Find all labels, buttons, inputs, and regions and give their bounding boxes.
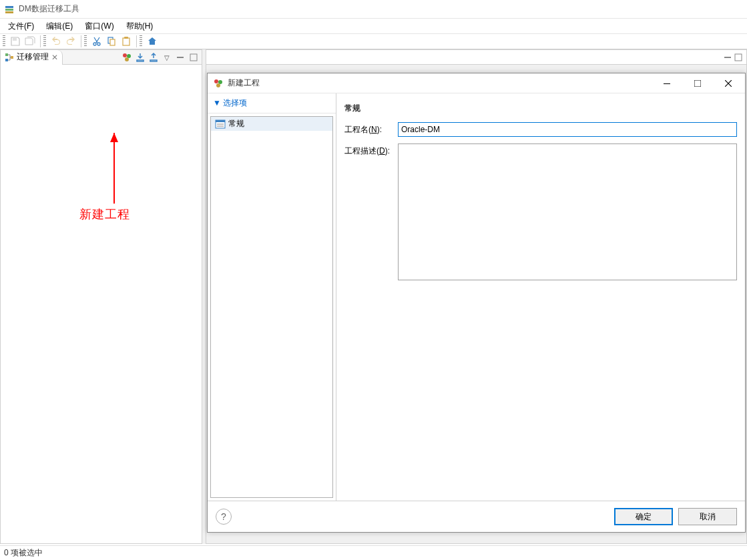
svg-rect-0 [5,6,13,8]
copy-icon[interactable] [104,34,119,49]
tab-close-icon[interactable]: ✕ [51,53,58,62]
view-menu-icon[interactable]: ▽ [162,52,172,63]
menu-help[interactable]: 帮助(H) [121,19,159,33]
new-project-icon[interactable] [121,52,132,63]
dialog-maximize-button[interactable] [682,73,713,93]
dialog-nav: ▼ 选择项 常规 [208,93,336,501]
svg-marker-19 [110,133,118,142]
svg-rect-11 [5,59,8,61]
svg-point-13 [123,53,127,57]
svg-rect-21 [735,54,742,61]
undo-icon[interactable] [49,34,63,49]
nav-item-label: 常规 [228,118,244,129]
svg-point-14 [127,54,131,58]
svg-point-4 [93,43,96,45]
project-name-input[interactable] [398,122,737,137]
svg-rect-28 [216,120,225,122]
dialog-footer: ? 确定 取消 [208,501,745,532]
minimize-view-icon[interactable] [724,53,732,61]
svg-rect-9 [124,37,128,39]
ok-button[interactable]: 确定 [614,508,673,525]
svg-rect-3 [13,38,17,41]
svg-rect-16 [177,57,184,58]
paste-icon[interactable] [119,34,134,49]
svg-point-15 [125,57,129,61]
sidebar-tab-migration[interactable]: 迁移管理 ✕ [1,50,63,65]
svg-rect-25 [664,83,670,84]
form-icon [215,119,226,129]
form-row-name: 工程名(N): [344,122,737,137]
svg-rect-20 [724,57,731,58]
menu-edit[interactable]: 编辑(E) [41,19,78,33]
toolbar-grip [43,35,46,47]
svg-point-5 [97,43,100,45]
toolbar-separator [81,35,81,47]
menubar: 文件(F) 编辑(E) 窗口(W) 帮助(H) [0,19,747,33]
help-button[interactable]: ? [216,509,232,525]
svg-point-22 [214,79,218,83]
nav-header[interactable]: ▼ 选择项 [208,93,336,113]
redo-icon[interactable] [63,34,78,49]
dialog-icon [213,78,224,89]
maximize-view-icon[interactable] [734,53,742,61]
project-name-label: 工程名(N): [344,122,398,137]
svg-rect-1 [5,9,13,11]
annotation-label: 新建工程 [79,206,130,222]
svg-rect-17 [190,54,197,61]
new-project-dialog: 新建工程 ▼ 选择项 常规 [207,73,746,533]
toolbar-grip [140,35,142,47]
app-titlebar: DM数据迁移工具 [0,0,747,19]
form-header: 常规 [344,100,737,122]
cut-icon[interactable] [89,34,104,49]
sidebar-tab-label: 迁移管理 [17,51,49,63]
app-icon [4,4,15,15]
menu-file[interactable]: 文件(F) [3,19,39,33]
svg-point-23 [218,80,222,84]
status-bar: 0 项被选中 [0,545,747,560]
content-tab-row [206,50,746,65]
dialog-minimize-button[interactable] [652,73,682,93]
toolbar-separator [40,35,41,47]
svg-point-24 [216,83,220,87]
toolbar-grip [84,35,87,47]
project-desc-textarea[interactable] [398,144,737,280]
maximize-view-icon[interactable] [188,52,199,63]
status-text: 0 项被选中 [4,547,43,559]
sidebar-body: 新建工程 [1,65,202,543]
dialog-close-button[interactable] [713,73,744,93]
form-row-desc: 工程描述(D): [344,144,737,282]
save-icon[interactable] [8,34,23,49]
dialog-form: 常规 工程名(N): 工程描述(D): [336,93,745,501]
dialog-body: ▼ 选择项 常规 常规 工程名(N): [208,93,745,501]
toolbar [0,33,747,49]
toolbar-separator [136,35,137,47]
svg-rect-10 [5,53,8,56]
save-all-icon[interactable] [23,34,37,49]
menu-window[interactable]: 窗口(W) [79,19,119,33]
dialog-title: 新建工程 [228,77,652,89]
svg-rect-2 [5,11,13,13]
nav-item-general[interactable]: 常规 [211,117,332,131]
svg-rect-7 [110,39,115,45]
project-desc-label: 工程描述(D): [344,144,398,282]
dialog-titlebar[interactable]: 新建工程 [208,73,745,93]
svg-rect-12 [11,56,13,59]
svg-rect-8 [123,38,130,45]
minimize-view-icon[interactable] [175,52,186,63]
tree-icon [5,53,14,62]
app-title: DM数据迁移工具 [19,3,79,15]
annotation-arrow [107,133,121,206]
export-icon[interactable] [148,52,159,63]
import-icon[interactable] [135,52,146,63]
nav-tree: 常规 [210,116,333,498]
sidebar-tab-row: 迁移管理 ✕ ▽ [1,50,202,65]
cancel-button[interactable]: 取消 [678,508,737,525]
home-icon[interactable] [145,34,160,49]
sidebar-panel: 迁移管理 ✕ ▽ [0,49,202,544]
svg-rect-26 [694,80,701,87]
toolbar-grip [3,35,5,47]
